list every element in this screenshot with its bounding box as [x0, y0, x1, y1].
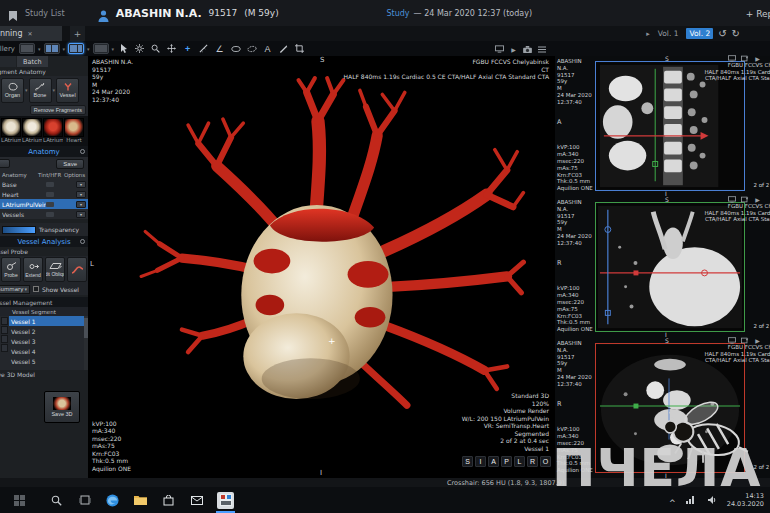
vessel-button[interactable]: Vessel [56, 78, 79, 103]
dropdown-icon[interactable] [63, 46, 66, 52]
screen-icon[interactable] [727, 54, 736, 62]
orientation-button[interactable]: P [501, 456, 512, 467]
undo-icon[interactable] [718, 28, 726, 39]
screen-icon[interactable] [495, 45, 504, 53]
layout-single-icon[interactable] [19, 43, 35, 54]
close-tab-icon[interactable] [27, 29, 32, 38]
bone-button[interactable]: Bone [29, 78, 52, 103]
pen-tool-icon[interactable] [277, 42, 290, 55]
vessel-segment-row[interactable]: Vessel 4 [9, 346, 84, 356]
play-icon[interactable]: ▶ [753, 336, 762, 344]
new-tab-button[interactable]: + [70, 26, 85, 41]
options-dropdown-icon[interactable] [76, 181, 86, 188]
pan-tool-icon[interactable] [165, 42, 178, 55]
orientation-button[interactable]: S [462, 456, 473, 467]
dropdown-icon[interactable] [87, 46, 90, 52]
ruler-tool-icon[interactable] [197, 42, 210, 55]
ellipse-tool-icon[interactable] [229, 42, 242, 55]
mpr-view-coronal[interactable]: ABASHIN N.A.9151759yM24 Mar 202012:37:40… [555, 197, 770, 337]
angle-tool-icon[interactable]: ∠ [213, 42, 226, 55]
dropdown-icon[interactable] [112, 46, 115, 52]
layout-wide-icon[interactable] [93, 43, 109, 54]
sidebar-tab-tools[interactable] [0, 56, 16, 67]
vessel-segment-row[interactable]: Vessel 2 [9, 326, 84, 336]
info-icon[interactable] [80, 149, 85, 154]
anatomy-row[interactable]: Vessels [0, 209, 88, 219]
gear-tool-icon[interactable] [133, 42, 146, 55]
file-explorer-icon[interactable] [133, 493, 148, 508]
vessel-segment-row[interactable]: Vessel 3 [9, 336, 84, 346]
show-vessel-checkbox[interactable] [33, 286, 39, 292]
anatomy-row[interactable]: LAtriumPulVein [0, 199, 88, 209]
play-icon[interactable]: ▶ [753, 195, 762, 203]
search-icon[interactable] [49, 493, 64, 508]
screen-icon[interactable] [727, 336, 736, 344]
dropdown-icon[interactable] [25, 87, 28, 93]
mpr-view-sagittal[interactable]: ABASHIN N.A.9151759yM24 Mar 202012:37:40… [555, 56, 770, 196]
tab-planning[interactable]: Planning [0, 26, 62, 41]
organ-button[interactable]: Organ [1, 78, 24, 103]
vol-1-tab[interactable]: Vol. 1 [655, 28, 682, 39]
layout-2x2-icon[interactable] [44, 43, 60, 54]
remove-fragments-button[interactable]: Remove Fragments [30, 105, 86, 115]
options-dropdown-icon[interactable] [76, 211, 86, 218]
save-3d-button[interactable]: Save 3D [44, 391, 80, 423]
orientation-button[interactable]: O [540, 456, 551, 467]
preset-thumbnail[interactable]: LAtriumPulV [1, 118, 21, 146]
orientation-button[interactable]: I [475, 456, 486, 467]
transparency-slider[interactable] [2, 226, 36, 234]
report-button[interactable]: + Report [746, 9, 770, 19]
vessel-list-tools[interactable] [0, 316, 9, 370]
pointer-tool-icon[interactable] [117, 42, 130, 55]
anatomy-row[interactable]: Base [0, 179, 88, 189]
screen-icon[interactable] [727, 195, 736, 203]
study-label[interactable]: Study [387, 9, 410, 18]
options-dropdown-icon[interactable] [76, 201, 86, 208]
orientation-button[interactable]: A [488, 456, 499, 467]
crosshair-tool-icon[interactable]: + [181, 42, 194, 55]
crosshair-marker[interactable]: + [328, 336, 336, 346]
edge-browser-icon[interactable] [105, 493, 120, 508]
study-list-tab[interactable]: Study List [25, 9, 65, 18]
crop-tool-icon[interactable] [293, 42, 306, 55]
export-icon[interactable] [740, 54, 749, 62]
zoom-tool-icon[interactable] [149, 42, 162, 55]
camera-icon[interactable] [523, 45, 532, 53]
render-settings-overlay[interactable]: Standard 3D120%Volume RenderW/L: 200 150… [462, 392, 549, 452]
vessel-tool-button[interactable] [67, 257, 87, 282]
info-icon[interactable] [80, 239, 85, 244]
store-icon[interactable] [161, 493, 176, 508]
menu-icon[interactable] [537, 45, 546, 53]
orientation-button[interactable]: L [514, 456, 525, 467]
redo-icon[interactable] [732, 28, 740, 39]
main-3d-viewport[interactable]: ABASHIN N.A.9151759yM24 Mar 202012:37:40… [88, 56, 555, 478]
summary-dropdown[interactable]: Summary [0, 285, 30, 294]
preset-thumbnail[interactable]: Heart [64, 118, 84, 146]
lasso-tool-icon[interactable] [245, 42, 258, 55]
anatomy-aux-button[interactable] [0, 159, 10, 168]
play-icon[interactable]: ▶ [753, 54, 762, 62]
vessel-segment-row[interactable]: Vessel 5 [9, 356, 84, 366]
play-icon[interactable]: ▶ [509, 45, 518, 53]
dropdown-icon[interactable] [38, 46, 41, 52]
vol-2-tab[interactable]: Vol. 2 [686, 28, 713, 39]
preset-thumbnail[interactable]: LAtriumPulV [22, 118, 42, 146]
volume-prev-icon[interactable] [646, 29, 650, 38]
probe-button[interactable]: Probe [1, 257, 21, 282]
edit-oblique-button[interactable]: Edit Oblique [45, 257, 65, 282]
task-view-icon[interactable] [77, 493, 92, 508]
dropdown-icon[interactable] [53, 87, 56, 93]
extend-button[interactable]: Extend [23, 257, 43, 282]
export-icon[interactable] [740, 336, 749, 344]
text-tool-icon[interactable]: A [261, 42, 274, 55]
active-app-icon[interactable] [217, 492, 234, 509]
orientation-button[interactable]: R [527, 456, 538, 467]
sidebar-tab-batch[interactable]: Batch [17, 56, 48, 67]
export-icon[interactable] [740, 195, 749, 203]
mail-icon[interactable] [189, 493, 204, 508]
start-button-icon[interactable] [12, 493, 27, 508]
options-dropdown-icon[interactable] [76, 191, 86, 198]
anatomy-row[interactable]: Heart [0, 189, 88, 199]
preset-thumbnail[interactable]: LAtriumPulV [43, 118, 63, 146]
vessel-segment-row[interactable]: Vessel 1 [9, 316, 84, 326]
